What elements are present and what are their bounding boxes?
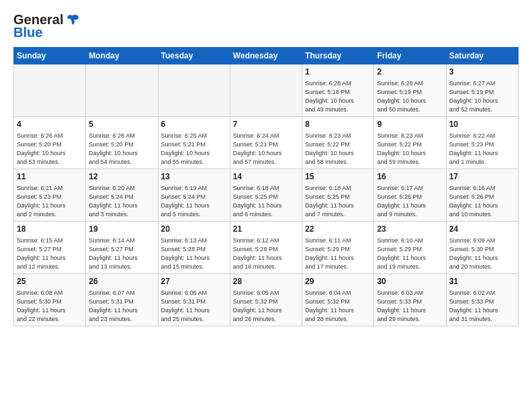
day-info: Sunrise: 6:23 AM Sunset: 5:22 PM Dayligh… bbox=[305, 132, 371, 167]
logo-bird-icon bbox=[65, 13, 80, 28]
day-info: Sunrise: 6:24 AM Sunset: 5:21 PM Dayligh… bbox=[233, 132, 299, 167]
day-number: 6 bbox=[161, 119, 227, 130]
day-info: Sunrise: 6:04 AM Sunset: 5:32 PM Dayligh… bbox=[305, 289, 371, 324]
weekday-header-saturday: Saturday bbox=[446, 48, 518, 64]
day-number: 11 bbox=[17, 171, 83, 183]
day-cell: 26Sunrise: 6:07 AM Sunset: 5:31 PM Dayli… bbox=[86, 274, 158, 326]
day-cell: 30Sunrise: 6:03 AM Sunset: 5:33 PM Dayli… bbox=[374, 274, 446, 326]
logo: General Blue bbox=[13, 12, 80, 40]
header: General Blue bbox=[13, 12, 519, 40]
day-cell: 29Sunrise: 6:04 AM Sunset: 5:32 PM Dayli… bbox=[302, 274, 374, 326]
day-info: Sunrise: 6:21 AM Sunset: 5:23 PM Dayligh… bbox=[17, 184, 83, 219]
day-cell: 28Sunrise: 6:05 AM Sunset: 5:32 PM Dayli… bbox=[230, 274, 302, 326]
day-number: 21 bbox=[233, 224, 299, 235]
day-number: 10 bbox=[449, 119, 515, 130]
day-number: 28 bbox=[233, 276, 299, 287]
day-info: Sunrise: 6:23 AM Sunset: 5:22 PM Dayligh… bbox=[377, 132, 443, 167]
weekday-header-row: SundayMondayTuesdayWednesdayThursdayFrid… bbox=[14, 48, 519, 64]
day-cell: 22Sunrise: 6:11 AM Sunset: 5:29 PM Dayli… bbox=[302, 222, 374, 274]
day-number: 30 bbox=[377, 276, 443, 287]
day-cell: 6Sunrise: 6:25 AM Sunset: 5:21 PM Daylig… bbox=[158, 117, 230, 169]
week-row-3: 11Sunrise: 6:21 AM Sunset: 5:23 PM Dayli… bbox=[14, 169, 519, 222]
day-info: Sunrise: 6:07 AM Sunset: 5:31 PM Dayligh… bbox=[89, 289, 154, 324]
day-info: Sunrise: 6:02 AM Sunset: 5:33 PM Dayligh… bbox=[449, 289, 515, 324]
day-info: Sunrise: 6:28 AM Sunset: 5:18 PM Dayligh… bbox=[305, 79, 371, 114]
day-info: Sunrise: 6:26 AM Sunset: 5:20 PM Dayligh… bbox=[17, 132, 83, 167]
day-info: Sunrise: 6:08 AM Sunset: 5:30 PM Dayligh… bbox=[17, 289, 83, 324]
day-info: Sunrise: 6:18 AM Sunset: 5:25 PM Dayligh… bbox=[305, 184, 371, 219]
day-cell bbox=[86, 64, 158, 117]
day-info: Sunrise: 6:19 AM Sunset: 5:24 PM Dayligh… bbox=[161, 184, 227, 219]
day-number: 18 bbox=[17, 224, 83, 235]
day-cell: 23Sunrise: 6:10 AM Sunset: 5:29 PM Dayli… bbox=[374, 222, 446, 274]
day-number: 15 bbox=[305, 171, 371, 183]
day-number: 8 bbox=[305, 119, 371, 130]
day-number: 16 bbox=[377, 171, 443, 183]
day-number: 1 bbox=[305, 66, 371, 78]
day-info: Sunrise: 6:03 AM Sunset: 5:33 PM Dayligh… bbox=[377, 289, 443, 324]
day-cell: 20Sunrise: 6:13 AM Sunset: 5:28 PM Dayli… bbox=[158, 222, 230, 274]
day-cell: 11Sunrise: 6:21 AM Sunset: 5:23 PM Dayli… bbox=[14, 169, 86, 222]
day-cell bbox=[158, 64, 230, 117]
day-info: Sunrise: 6:05 AM Sunset: 5:32 PM Dayligh… bbox=[233, 289, 299, 324]
day-info: Sunrise: 6:16 AM Sunset: 5:26 PM Dayligh… bbox=[449, 184, 515, 219]
day-cell: 3Sunrise: 6:27 AM Sunset: 5:19 PM Daylig… bbox=[446, 64, 518, 117]
day-cell: 12Sunrise: 6:20 AM Sunset: 5:24 PM Dayli… bbox=[86, 169, 158, 222]
day-info: Sunrise: 6:27 AM Sunset: 5:19 PM Dayligh… bbox=[449, 79, 515, 114]
day-number: 4 bbox=[17, 119, 83, 130]
day-cell: 8Sunrise: 6:23 AM Sunset: 5:22 PM Daylig… bbox=[302, 117, 374, 169]
day-number: 9 bbox=[377, 119, 443, 130]
day-cell: 25Sunrise: 6:08 AM Sunset: 5:30 PM Dayli… bbox=[14, 274, 86, 326]
day-cell: 21Sunrise: 6:12 AM Sunset: 5:28 PM Dayli… bbox=[230, 222, 302, 274]
weekday-header-monday: Monday bbox=[86, 48, 158, 64]
day-cell: 19Sunrise: 6:14 AM Sunset: 5:27 PM Dayli… bbox=[86, 222, 158, 274]
day-cell: 4Sunrise: 6:26 AM Sunset: 5:20 PM Daylig… bbox=[14, 117, 86, 169]
day-number: 26 bbox=[89, 276, 154, 287]
day-number: 3 bbox=[449, 66, 515, 78]
day-cell: 2Sunrise: 6:28 AM Sunset: 5:19 PM Daylig… bbox=[374, 64, 446, 117]
day-cell: 27Sunrise: 6:06 AM Sunset: 5:31 PM Dayli… bbox=[158, 274, 230, 326]
day-number: 23 bbox=[377, 224, 443, 235]
day-cell: 1Sunrise: 6:28 AM Sunset: 5:18 PM Daylig… bbox=[302, 64, 374, 117]
week-row-1: 1Sunrise: 6:28 AM Sunset: 5:18 PM Daylig… bbox=[14, 64, 519, 117]
day-info: Sunrise: 6:20 AM Sunset: 5:24 PM Dayligh… bbox=[89, 184, 154, 219]
day-number: 19 bbox=[89, 224, 154, 235]
logo-blue-text: Blue bbox=[13, 25, 42, 40]
day-cell: 18Sunrise: 6:15 AM Sunset: 5:27 PM Dayli… bbox=[14, 222, 86, 274]
day-number: 22 bbox=[305, 224, 371, 235]
day-number: 25 bbox=[17, 276, 83, 287]
day-cell: 16Sunrise: 6:17 AM Sunset: 5:26 PM Dayli… bbox=[374, 169, 446, 222]
weekday-header-tuesday: Tuesday bbox=[158, 48, 230, 64]
day-cell: 9Sunrise: 6:23 AM Sunset: 5:22 PM Daylig… bbox=[374, 117, 446, 169]
day-info: Sunrise: 6:22 AM Sunset: 5:23 PM Dayligh… bbox=[449, 132, 515, 167]
day-number: 5 bbox=[89, 119, 154, 130]
day-number: 24 bbox=[449, 224, 515, 235]
day-cell bbox=[230, 64, 302, 117]
day-cell: 13Sunrise: 6:19 AM Sunset: 5:24 PM Dayli… bbox=[158, 169, 230, 222]
day-number: 7 bbox=[233, 119, 299, 130]
weekday-header-thursday: Thursday bbox=[302, 48, 374, 64]
day-number: 12 bbox=[89, 171, 154, 183]
day-number: 2 bbox=[377, 66, 443, 78]
day-info: Sunrise: 6:15 AM Sunset: 5:27 PM Dayligh… bbox=[17, 236, 83, 271]
day-info: Sunrise: 6:12 AM Sunset: 5:28 PM Dayligh… bbox=[233, 236, 299, 271]
day-cell: 31Sunrise: 6:02 AM Sunset: 5:33 PM Dayli… bbox=[446, 274, 518, 326]
day-info: Sunrise: 6:26 AM Sunset: 5:20 PM Dayligh… bbox=[89, 132, 154, 167]
day-number: 14 bbox=[233, 171, 299, 183]
day-cell: 15Sunrise: 6:18 AM Sunset: 5:25 PM Dayli… bbox=[302, 169, 374, 222]
day-info: Sunrise: 6:11 AM Sunset: 5:29 PM Dayligh… bbox=[305, 236, 371, 271]
day-cell: 17Sunrise: 6:16 AM Sunset: 5:26 PM Dayli… bbox=[446, 169, 518, 222]
day-info: Sunrise: 6:13 AM Sunset: 5:28 PM Dayligh… bbox=[161, 236, 227, 271]
weekday-header-friday: Friday bbox=[374, 48, 446, 64]
day-info: Sunrise: 6:10 AM Sunset: 5:29 PM Dayligh… bbox=[377, 236, 443, 271]
day-cell: 7Sunrise: 6:24 AM Sunset: 5:21 PM Daylig… bbox=[230, 117, 302, 169]
day-cell: 24Sunrise: 6:09 AM Sunset: 5:30 PM Dayli… bbox=[446, 222, 518, 274]
day-number: 17 bbox=[449, 171, 515, 183]
day-number: 13 bbox=[161, 171, 227, 183]
day-number: 20 bbox=[161, 224, 227, 235]
week-row-5: 25Sunrise: 6:08 AM Sunset: 5:30 PM Dayli… bbox=[14, 274, 519, 326]
page: General Blue SundayMondayTuesdayWednesda… bbox=[0, 0, 532, 333]
week-row-2: 4Sunrise: 6:26 AM Sunset: 5:20 PM Daylig… bbox=[14, 117, 519, 169]
day-info: Sunrise: 6:17 AM Sunset: 5:26 PM Dayligh… bbox=[377, 184, 443, 219]
day-number: 29 bbox=[305, 276, 371, 287]
